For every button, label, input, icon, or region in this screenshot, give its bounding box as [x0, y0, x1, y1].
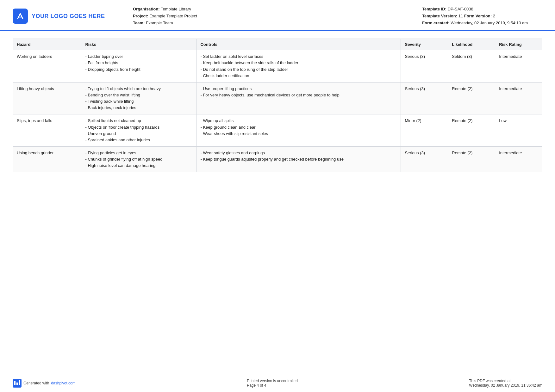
- cell-risk-rating: Low: [495, 114, 542, 147]
- cell-hazard: Using bench grinder: [13, 146, 81, 172]
- cell-hazard: Slips, trips and falls: [13, 114, 81, 147]
- template-version-value: 11: [458, 14, 463, 18]
- cell-controls: - Wipe up all spills- Keep ground clean …: [196, 114, 401, 147]
- form-version-value: 2: [493, 14, 495, 18]
- team-value: Example Team: [146, 21, 173, 25]
- cell-risks: - Trying to lift objects which are too h…: [81, 82, 196, 114]
- main-content: Hazard Risks Controls Severity Likelihoo…: [0, 31, 555, 180]
- cell-severity: Minor (2): [401, 114, 448, 147]
- cell-severity: Serious (3): [401, 50, 448, 83]
- col-header-likelihood: Likelihood: [448, 39, 495, 50]
- cell-risks: - Ladder tipping over- Fall from heights…: [81, 50, 196, 83]
- team-label: Team:: [133, 21, 145, 25]
- cell-risk-rating: Intermediate: [495, 146, 542, 172]
- project-label: Project:: [133, 14, 148, 18]
- page-number: Page 4 of 4: [247, 383, 298, 388]
- page-footer: Generated with dashpivot.com Printed ver…: [0, 374, 555, 392]
- cell-severity: Serious (3): [401, 82, 448, 114]
- footer-right: This PDF was created at Wednesday, 02 Ja…: [469, 379, 542, 388]
- header-meta-right: Template ID: DP-SAF-0038 Template Versio…: [422, 6, 542, 27]
- col-header-controls: Controls: [196, 39, 401, 50]
- form-created-value: Wednesday, 02 January 2019, 9:54:10 am: [451, 21, 528, 25]
- form-created-label: Form created:: [422, 21, 450, 25]
- page-header: YOUR LOGO GOES HERE Organisation: Templa…: [0, 0, 555, 31]
- svg-rect-3: [19, 380, 20, 385]
- pdf-created-line2: Wednesday, 02 January 2019, 11:36:42 am: [469, 383, 542, 388]
- col-header-risks: Risks: [81, 39, 196, 50]
- project-line: Project: Example Template Project: [133, 13, 422, 20]
- table-header-row: Hazard Risks Controls Severity Likelihoo…: [13, 39, 542, 50]
- logo-area: YOUR LOGO GOES HERE: [13, 9, 114, 24]
- col-header-severity: Severity: [401, 39, 448, 50]
- pdf-created-line1: This PDF was created at: [469, 379, 542, 383]
- table-row: Working on ladders- Ladder tipping over-…: [13, 50, 542, 83]
- cell-risks: - Spilled liquids not cleaned up- Object…: [81, 114, 196, 147]
- cell-controls: - Set ladder on solid level surfaces- Ke…: [196, 50, 401, 83]
- generated-text: Generated with: [23, 381, 49, 385]
- table-row: Lifting heavy objects- Trying to lift ob…: [13, 82, 542, 114]
- uncontrolled-text: Printed version is uncontrolled: [247, 379, 298, 383]
- team-line: Team: Example Team: [133, 20, 422, 27]
- svg-rect-2: [16, 383, 18, 385]
- cell-controls: - Wear safety glasses and earplugs- Keep…: [196, 146, 401, 172]
- cell-likelihood: Seldom (3): [448, 50, 495, 83]
- template-version-label: Template Version:: [422, 14, 457, 18]
- template-version-line: Template Version: 11 Form Version: 2: [422, 13, 542, 20]
- cell-hazard: Working on ladders: [13, 50, 81, 83]
- table-row: Using bench grinder- Flying particles ge…: [13, 146, 542, 172]
- org-value: Template Library: [161, 7, 191, 11]
- table-row: Slips, trips and falls- Spilled liquids …: [13, 114, 542, 147]
- org-label: Organisation:: [133, 7, 160, 11]
- form-created-line: Form created: Wednesday, 02 January 2019…: [422, 20, 542, 27]
- cell-risks: - Flying particles get in eyes- Chunks o…: [81, 146, 196, 172]
- dashpivot-icon: [13, 379, 22, 388]
- cell-likelihood: Remote (2): [448, 114, 495, 147]
- footer-left: Generated with dashpivot.com: [13, 379, 76, 388]
- cell-risk-rating: Intermediate: [495, 82, 542, 114]
- cell-controls: - Use proper lifting practices- For very…: [196, 82, 401, 114]
- form-version-label: Form Version:: [464, 14, 492, 18]
- risk-assessment-table: Hazard Risks Controls Severity Likelihoo…: [13, 39, 542, 172]
- cell-severity: Serious (3): [401, 146, 448, 172]
- cell-hazard: Lifting heavy objects: [13, 82, 81, 114]
- col-header-risk-rating: Risk Rating: [495, 39, 542, 50]
- template-id-line: Template ID: DP-SAF-0038: [422, 6, 542, 13]
- logo-icon: [13, 9, 28, 24]
- header-meta-center: Organisation: Template Library Project: …: [114, 6, 422, 27]
- project-value: Example Template Project: [149, 14, 197, 18]
- template-id-label: Template ID:: [422, 7, 446, 11]
- svg-rect-1: [14, 381, 16, 385]
- dashpivot-link[interactable]: dashpivot.com: [51, 381, 75, 385]
- template-id-value: DP-SAF-0038: [448, 7, 473, 11]
- footer-center: Printed version is uncontrolled Page 4 o…: [247, 379, 298, 388]
- cell-risk-rating: Intermediate: [495, 50, 542, 83]
- cell-likelihood: Remote (2): [448, 82, 495, 114]
- logo-text: YOUR LOGO GOES HERE: [32, 13, 105, 20]
- col-header-hazard: Hazard: [13, 39, 81, 50]
- cell-likelihood: Remote (2): [448, 146, 495, 172]
- organisation-line: Organisation: Template Library: [133, 6, 422, 13]
